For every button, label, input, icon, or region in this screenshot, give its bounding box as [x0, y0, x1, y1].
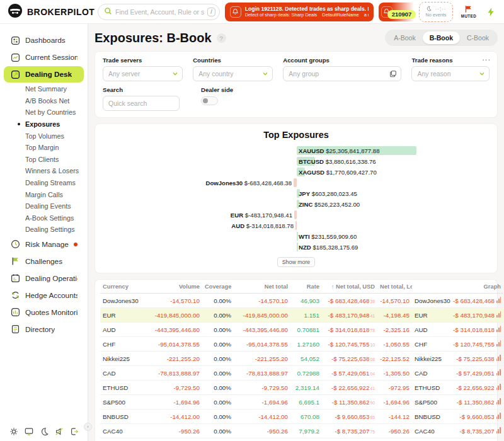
- mini-graph-icon: [496, 326, 501, 332]
- table-row-aluminiumb[interactable]: ALUMINIUMb-39.960.00%-39.963,420-$ 6,837…: [100, 438, 503, 441]
- cell-coverage: 0.00%: [202, 352, 234, 366]
- column-header-graph[interactable]: Graph: [450, 280, 503, 294]
- alert-banner-secondary[interactable]: 210907: [379, 3, 414, 21]
- cell-currency: BNBUSD: [100, 410, 146, 424]
- trade-reasons-label: Trade reasons: [411, 57, 490, 64]
- sidebar-item-quotes-monitoring[interactable]: Quotes Monitoring: [4, 304, 84, 321]
- table-row-cac40[interactable]: CAC40-950.260.00%-950.267,979.2-$ 8,735,…: [100, 424, 503, 438]
- cell-currency-pinned: CHF: [412, 337, 450, 352]
- sidebar-item-hedge-accounts[interactable]: Hedge Accounts: [4, 287, 84, 304]
- show-more-button[interactable]: Show more: [277, 257, 316, 267]
- global-search[interactable]: /: [98, 4, 220, 20]
- sound-off-icon[interactable]: [55, 427, 64, 436]
- cell-rate: 46,903: [290, 294, 322, 308]
- column-header-net-total-usd[interactable]: ↑ Net total, USD: [322, 280, 377, 294]
- trade-servers-input[interactable]: [103, 70, 182, 77]
- sidebar-item-current-session[interactable]: Current Session: [4, 49, 84, 66]
- sidebar-collapse-handle[interactable]: ‹: [84, 423, 92, 431]
- countries-select[interactable]: [193, 66, 273, 81]
- dealer-side-toggle[interactable]: [201, 96, 218, 105]
- account-groups-select[interactable]: [283, 66, 401, 81]
- dealer-side-label: Dealer side: [201, 86, 233, 93]
- cell-rate: 54,052: [290, 352, 322, 366]
- sidebar-item-label: Quotes Monitoring: [25, 308, 77, 317]
- alert-count-badge[interactable]: 210907: [387, 10, 416, 19]
- sidebar-subitem-margin-calls[interactable]: Margin Calls: [0, 188, 88, 200]
- sidebar-item-risk-management[interactable]: Risk Management: [4, 236, 84, 253]
- cell-net-total-usd: -$ 57,429,05104: [322, 366, 377, 381]
- chart-bar-dowjones30[interactable]: [294, 178, 297, 187]
- more-options-button[interactable]: ...: [482, 53, 491, 62]
- cell-coverage: 0.00%: [202, 337, 234, 352]
- lightning-bolt-icon[interactable]: [484, 7, 498, 17]
- cents: 75: [370, 430, 375, 434]
- tab-a-book[interactable]: A-Book: [387, 32, 422, 44]
- sidebar-item-dashboards[interactable]: Dashboards: [4, 32, 84, 49]
- table-row-ethusd[interactable]: ETHUSD-9,729.500.00%-9,729.502,319.14-$ …: [100, 381, 503, 395]
- table-row-chf[interactable]: CHF-95,014,378.550.00%-95,014,378.551.27…: [100, 337, 503, 352]
- tab-c-book[interactable]: C-Book: [460, 32, 496, 44]
- account-groups-input[interactable]: [284, 70, 401, 77]
- sidebar-subitem-dealing-streams[interactable]: Dealing Streams: [0, 177, 88, 189]
- sidebar-subitem-winners-losers[interactable]: Winners & Losers: [0, 165, 88, 177]
- table-row-eur[interactable]: EUR-419,845,000.000.00%-419,845,000.001.…: [100, 308, 503, 323]
- trade-reasons-input[interactable]: [412, 70, 489, 77]
- sidebar-subitem-top-margin[interactable]: Top Margin: [0, 142, 88, 154]
- table-row-nikkei225[interactable]: Nikkei225-221,255.200.00%-221,255.2054,0…: [100, 352, 503, 366]
- cell-net-total-lots: -950.26: [377, 424, 412, 438]
- sidebar-item-label: Dashboards: [25, 36, 66, 45]
- chart-bar-nzd[interactable]: [297, 243, 298, 251]
- chart-bar-eur[interactable]: [294, 210, 297, 219]
- column-header-net-total-lots[interactable]: Net total, Lots: [377, 280, 412, 294]
- sidebar-item-challenges[interactable]: Challenges: [4, 253, 84, 270]
- sidebar-subitem-a-b-books-net[interactable]: A/B Books Net: [0, 95, 88, 107]
- cell-coverage: 0.00%: [202, 424, 234, 438]
- sidebar-subitem-top-clients[interactable]: Top Clients: [0, 154, 88, 166]
- chart-bar-aud[interactable]: [295, 221, 297, 230]
- cents: 38: [370, 299, 375, 304]
- quick-search-input[interactable]: [103, 100, 179, 107]
- quick-search-field[interactable]: [103, 96, 180, 111]
- cell-currency-pinned: S&P500: [412, 395, 450, 410]
- settings-gear-icon[interactable]: [9, 427, 18, 436]
- sidebar-item-dealing-operations[interactable]: Dealing Operations: [4, 270, 84, 287]
- countries-input[interactable]: [193, 70, 272, 77]
- sidebar-subitem-a-book-settings[interactable]: A-Book Settings: [0, 212, 88, 224]
- table-row-aud[interactable]: AUD-443,395,446.800.00%-443,395,446.800.…: [100, 323, 503, 337]
- logout-icon[interactable]: [70, 427, 79, 436]
- tab-b-book[interactable]: B-Book: [423, 32, 460, 44]
- sidebar-subitem-net-by-countries[interactable]: Net by Countries: [0, 106, 88, 118]
- table-row-dowjones30[interactable]: DowJones30-14,570.100.00%-14,570.1046,90…: [100, 294, 503, 308]
- trade-reasons-select[interactable]: [411, 66, 490, 81]
- monitor-icon[interactable]: [25, 427, 33, 436]
- sidebar-item-directory[interactable]: Directory: [4, 321, 84, 338]
- copy-groups-icon[interactable]: [389, 70, 397, 77]
- help-icon[interactable]: ?: [217, 33, 226, 43]
- sidebar-item-dealing-desk[interactable]: Dealing Desk: [4, 66, 84, 83]
- notification-dot: [74, 243, 77, 246]
- trade-servers-select[interactable]: [103, 66, 183, 81]
- column-header-volume[interactable]: Volume: [146, 280, 202, 294]
- column-header-coverage[interactable]: Coverage: [202, 280, 234, 294]
- column-header-rate[interactable]: Rate: [290, 280, 322, 294]
- sidebar-subitem-net-summary[interactable]: Net Summary: [0, 83, 88, 95]
- column-header-currency[interactable]: Currency: [100, 280, 146, 294]
- schedule-dots-icon: --¦--: [435, 6, 447, 11]
- sidebar-subitem-top-volumes[interactable]: Top Volumes: [0, 130, 88, 142]
- brand[interactable]: BROKERPILOT: [8, 3, 93, 21]
- chart-bar-wti[interactable]: [297, 232, 298, 241]
- sidebar-subitem-exposures[interactable]: Exposures: [0, 118, 88, 130]
- column-header-net-total[interactable]: Net total: [234, 280, 290, 294]
- muted-indicator[interactable]: MUTED: [458, 5, 479, 18]
- sidebar-subitem-dealing-events[interactable]: Dealing Events: [0, 200, 88, 212]
- no-events-box[interactable]: --¦-- No events: [419, 2, 454, 22]
- alert-banner[interactable]: Login 1921128. Detected trades as sharp …: [225, 3, 374, 21]
- table-row-bnbusd[interactable]: BNBUSD-14,412.000.00%-14,412.00670.08-$ …: [100, 410, 503, 424]
- sidebar-subitem-dealing-settings[interactable]: Dealing Settings: [0, 224, 88, 236]
- alert-title: Login 1921128. Detected trades as sharp …: [245, 6, 369, 12]
- table-row-s-p500[interactable]: S&P500-1,694.960.00%-1,694.966,695.1-$ 1…: [100, 395, 503, 410]
- column-header-currency-pinned[interactable]: [412, 280, 450, 294]
- dark-mode-moon-icon[interactable]: [40, 427, 49, 436]
- table-row-cad[interactable]: CAD-78,813,888.970.00%-78,813,888.970.72…: [100, 366, 503, 381]
- search-input[interactable]: [115, 8, 204, 16]
